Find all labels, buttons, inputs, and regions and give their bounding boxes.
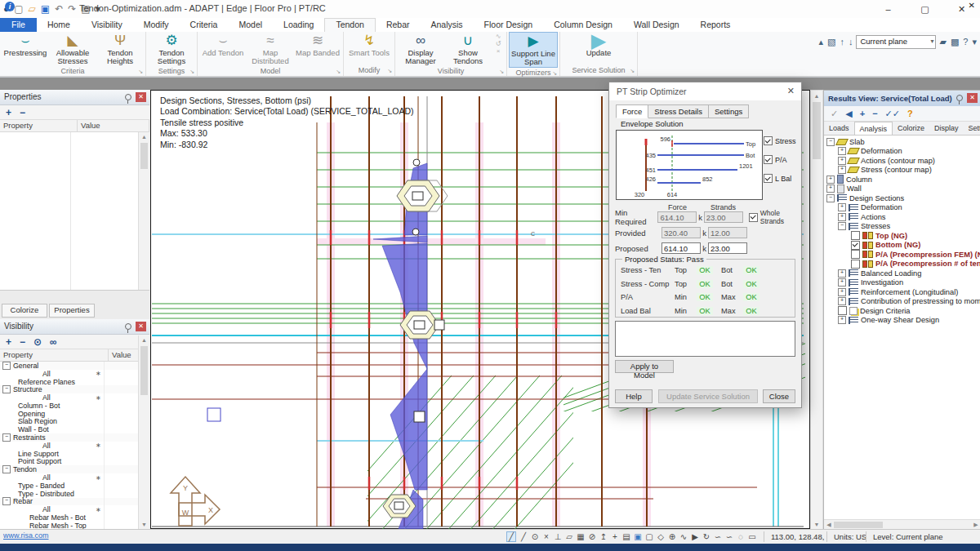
visibility-row[interactable]: Opening [0, 410, 149, 418]
mirror-copy-tool-icon[interactable]: ∽ [725, 532, 733, 541]
no-snap-icon[interactable]: ⊘ [588, 532, 596, 541]
level-up-icon[interactable]: ↑ [840, 37, 844, 47]
dialog-launcher-icon[interactable]: ↘ [138, 67, 143, 77]
ribbon-tab[interactable]: Modify [133, 18, 180, 32]
add-property-icon[interactable]: + [6, 107, 11, 118]
cloud-markup-icon[interactable]: ◌ [737, 532, 745, 541]
apply-selection-icon[interactable]: ✓ [831, 109, 838, 119]
viewport-icon[interactable]: ▭ [748, 532, 756, 541]
tree-expander-icon[interactable]: + [838, 288, 846, 296]
line-snap-icon[interactable]: ╱ [519, 532, 528, 541]
extend-tool-icon[interactable]: ↺ [492, 40, 505, 47]
perpendicular-snap-icon[interactable]: ⊥ [554, 532, 562, 541]
remove-property-icon[interactable]: − [20, 107, 25, 118]
tree-expander-icon[interactable]: − [2, 362, 11, 370]
dialog-tab[interactable]: Settings [709, 104, 749, 118]
dialog-close-icon[interactable]: ✕ [787, 86, 795, 96]
properties-scrollbar[interactable]: ▲ [138, 132, 149, 290]
ribbon-tab[interactable]: Loading [273, 18, 324, 32]
collapse-ribbon-icon[interactable]: ▴ [819, 37, 824, 47]
move-tool-icon[interactable]: ↥ [599, 532, 608, 541]
back-icon[interactable]: ◀ [845, 109, 852, 119]
canvas-vertical-scrollbar[interactable]: ▲ ▼ [810, 90, 823, 531]
info-bar-close-icon[interactable]: ✕ [969, 1, 975, 10]
tree-expander-icon[interactable]: + [838, 213, 846, 221]
visibility-row[interactable]: All ∗ [0, 442, 149, 450]
visibility-row[interactable]: All ∗ [0, 505, 149, 513]
add-icon[interactable]: + [860, 109, 865, 118]
more-options-icon[interactable]: ▾ [972, 37, 977, 47]
tree-item[interactable]: + Balanced Loading [824, 269, 980, 278]
tree-item[interactable]: Top (NG) [824, 231, 980, 241]
ribbon-button[interactable]: ⌣Prestressing [2, 32, 49, 58]
remove-icon[interactable]: − [20, 336, 25, 348]
ribbon-button[interactable]: ∪Show Tendons [444, 32, 492, 66]
ribbon-button[interactable]: ⌣Add Tendon [199, 32, 247, 58]
circle-snap-icon[interactable]: ⊙ [531, 532, 539, 541]
results-tab[interactable]: Loads [824, 122, 854, 135]
ribbon-tab[interactable]: Analysis [421, 18, 474, 32]
break-tool-icon[interactable]: × [492, 47, 505, 55]
close-dialog-button[interactable]: Close [763, 389, 795, 403]
panel-tab[interactable]: Colorize [2, 304, 47, 318]
results-tab[interactable]: Settings [964, 122, 980, 135]
close-panel-button[interactable]: ✕ [136, 92, 146, 102]
visibility-row[interactable]: − Restraints [0, 433, 149, 442]
visibility-row[interactable]: All ∗ [0, 393, 149, 402]
table-tool-icon[interactable]: ▤ [622, 532, 630, 541]
tree-expander-icon[interactable]: − [2, 497, 11, 505]
dialog-launcher-icon[interactable]: ↘ [336, 67, 341, 77]
glasses-icon[interactable]: ∞ [50, 336, 57, 348]
tree-expander-icon[interactable]: + [838, 297, 846, 305]
tree-expander-icon[interactable]: + [838, 157, 846, 165]
snap-settings-icon[interactable]: ▣ [634, 532, 642, 541]
tree-expander-icon[interactable]: − [838, 222, 846, 230]
plane-selector[interactable]: Current plane▾ [856, 35, 936, 49]
tree-expander-icon[interactable]: + [838, 166, 846, 174]
maximize-button[interactable]: ▢ [906, 0, 943, 18]
tree-item[interactable]: + Reinforcement (Longitudinal) [824, 287, 980, 297]
draw-line-tool-icon[interactable]: ╱ [506, 531, 516, 542]
tree-item-checkbox[interactable] [851, 250, 860, 259]
tree-item[interactable]: + Deformation [824, 147, 980, 157]
tree-item[interactable]: − Slab [824, 137, 980, 147]
add-icon[interactable]: + [6, 336, 11, 348]
apply-all-icon[interactable]: ✓✓ [885, 109, 900, 119]
apply-to-model-button[interactable]: Apply to Model [615, 360, 674, 373]
tree-item[interactable]: + Wall [824, 184, 980, 194]
visibility-row[interactable]: Wall - Bot [0, 425, 149, 433]
level-down-icon[interactable]: ↓ [849, 37, 853, 47]
visibility-row[interactable]: Column - Bot [0, 402, 149, 410]
tree-item[interactable]: + Contribution of prestressing to moment… [824, 297, 980, 307]
tree-item[interactable]: P/A (Precompression # of tendons) [824, 260, 980, 269]
pin-icon[interactable] [956, 95, 963, 101]
minimize-button[interactable]: – [870, 0, 906, 18]
visibility-row[interactable]: Line Support [0, 450, 149, 458]
ribbon-tab[interactable]: Criteria [180, 18, 229, 32]
spline-tool-icon[interactable]: ∿ [679, 532, 688, 541]
tree-expander-icon[interactable]: + [826, 176, 835, 184]
ribbon-button[interactable]: ⚙Tendon Settings [148, 32, 195, 66]
tree-item-checkbox[interactable] [851, 241, 860, 250]
info-icon[interactable]: i [5, 2, 15, 11]
visibility-row[interactable]: Reference Planes [0, 378, 149, 386]
visibility-row[interactable]: All ∗ [0, 473, 149, 482]
ribbon-tab[interactable]: Tendon [324, 18, 375, 33]
visibility-row[interactable]: Rebar Mesh - Bot [0, 513, 149, 522]
tree-item[interactable]: + Investigation [824, 278, 980, 288]
visibility-row[interactable]: − General [0, 362, 149, 370]
diamond-snap-icon[interactable]: ◇ [657, 532, 665, 541]
pan-tool-icon[interactable]: + [611, 532, 619, 541]
ribbon-tab[interactable]: Rebar [376, 18, 421, 32]
trim-tool-icon[interactable]: ∿ [492, 33, 505, 40]
ribbon-tab[interactable]: Wall Design [623, 18, 690, 32]
pin-icon[interactable] [125, 94, 131, 100]
box-select-icon[interactable]: ▢ [645, 532, 653, 541]
tree-expander-icon[interactable]: + [826, 184, 835, 193]
ribbon-button[interactable]: ▶Update [575, 32, 622, 58]
zoom-tool-icon[interactable]: ⊕ [668, 532, 676, 541]
help-button[interactable]: Help [615, 389, 653, 403]
ribbon-tab[interactable]: Home [37, 18, 81, 32]
visibility-row[interactable]: − Rebar [0, 498, 149, 506]
tree-item[interactable]: − Stresses [824, 222, 980, 232]
